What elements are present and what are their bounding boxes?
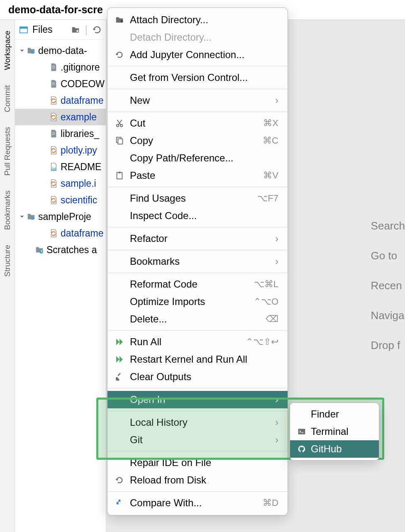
refresh-icon[interactable] (93, 25, 102, 34)
rail-commit[interactable]: Commit (3, 85, 12, 112)
menu-detach-directory: Detach Directory... (107, 29, 288, 46)
menu-reformat-code[interactable]: Reformat Code⌥⌘L (107, 276, 288, 293)
menu-local-history[interactable]: Local History› (107, 414, 288, 431)
svg-rect-2 (31, 51, 34, 54)
menu-paste[interactable]: Paste⌘V (107, 167, 288, 184)
window-icon (19, 25, 28, 34)
tree-item-libraries[interactable]: libraries_ (15, 125, 106, 142)
submenu-terminal[interactable]: Terminal (290, 423, 379, 440)
rail-pull-requests[interactable]: Pull Requests (3, 127, 12, 176)
menu-inspect-code[interactable]: Inspect Code... (107, 207, 288, 225)
tree-item-dataframe[interactable]: dataframe (15, 92, 106, 109)
tree-item-dataframe[interactable]: dataframe (15, 225, 106, 242)
menu-run-all[interactable]: Run All⌃⌥⇧↩ (107, 333, 288, 351)
svg-rect-10 (31, 217, 34, 220)
hint-text: Go to (371, 241, 405, 271)
tree-item-scratchesa[interactable]: Scratches a (15, 242, 106, 258)
menu-clear-outputs[interactable]: Clear Outputs (107, 368, 288, 386)
svg-rect-19 (298, 429, 305, 434)
menu-add-jupyter-connection[interactable]: Add Jupyter Connection... (107, 46, 288, 63)
hint-text: Naviga (371, 300, 405, 330)
hint-text: Recen (371, 271, 405, 300)
tree-item-samplei[interactable]: sample.i (15, 175, 106, 192)
menu-open-in[interactable]: Open In› (107, 391, 288, 408)
menu-refactor[interactable]: Refactor› (107, 230, 288, 247)
context-menu: Attach Directory...Detach Directory...Ad… (107, 7, 288, 515)
rail-bookmarks[interactable]: Bookmarks (3, 190, 12, 230)
menu-cut[interactable]: Cut⌘X (107, 115, 288, 132)
menu-attach-directory[interactable]: Attach Directory... (107, 11, 288, 29)
menu-new[interactable]: New› (107, 92, 288, 109)
menu-reload-from-disk[interactable]: Reload from Disk (107, 471, 288, 489)
project-sidebar: Files | demo-data-.gitignoreCODEOWdatafr… (15, 20, 106, 532)
rail-workspace[interactable]: Workspace (3, 31, 12, 70)
menu-get-from-version-control[interactable]: Get from Version Control... (107, 69, 288, 86)
tree-item-example[interactable]: example (15, 109, 106, 125)
menu-delete[interactable]: Delete...⌫ (107, 310, 288, 328)
menu-copy[interactable]: Copy⌘C (107, 132, 288, 149)
menu-compare-with[interactable]: Compare With...⌘D (107, 494, 288, 512)
tree-item-scientific[interactable]: scientific (15, 192, 106, 208)
editor-hints: SearchGo toRecenNavigaDrop f (371, 211, 405, 360)
svg-rect-17 (117, 173, 122, 179)
open-in-submenu: FinderTerminalGitHub (290, 403, 379, 461)
tree-item-gitignore[interactable]: .gitignore (15, 59, 106, 76)
files-label: Files (32, 24, 53, 35)
tree-item-plotlyipy[interactable]: plotly.ipy (15, 142, 106, 159)
submenu-github[interactable]: GitHub (290, 440, 379, 458)
add-folder-icon[interactable] (71, 25, 80, 34)
svg-rect-16 (118, 139, 122, 144)
svg-text:MD: MD (51, 167, 56, 170)
tree-item-demodata[interactable]: demo-data- (15, 42, 106, 59)
tool-window-rail: WorkspaceCommitPull RequestsBookmarksStr… (0, 20, 15, 532)
file-tree: demo-data-.gitignoreCODEOWdataframeexamp… (15, 40, 106, 261)
hint-text: Drop f (371, 330, 405, 360)
menu-optimize-imports[interactable]: Optimize Imports⌃⌥O (107, 293, 288, 310)
menu-find-usages[interactable]: Find Usages⌥F7 (107, 190, 288, 207)
svg-rect-1 (20, 27, 27, 29)
sidebar-header: Files | (15, 20, 106, 40)
tree-item-readme[interactable]: MDREADME (15, 159, 106, 175)
rail-structure[interactable]: Structure (3, 245, 12, 277)
menu-repair-ide-on-file[interactable]: Repair IDE on File (107, 454, 288, 471)
svg-rect-18 (118, 172, 121, 173)
menu-restart-kernel-and-run-all[interactable]: Restart Kernel and Run All (107, 351, 288, 368)
submenu-finder[interactable]: Finder (290, 405, 379, 423)
menu-bookmarks[interactable]: Bookmarks› (107, 253, 288, 270)
tree-item-codeow[interactable]: CODEOW (15, 76, 106, 92)
menu-git[interactable]: Git› (107, 431, 288, 449)
menu-copy-path-reference[interactable]: Copy Path/Reference... (107, 149, 288, 167)
tree-item-sampleproje[interactable]: sampleProje (15, 208, 106, 225)
hint-text: Search (371, 211, 405, 241)
